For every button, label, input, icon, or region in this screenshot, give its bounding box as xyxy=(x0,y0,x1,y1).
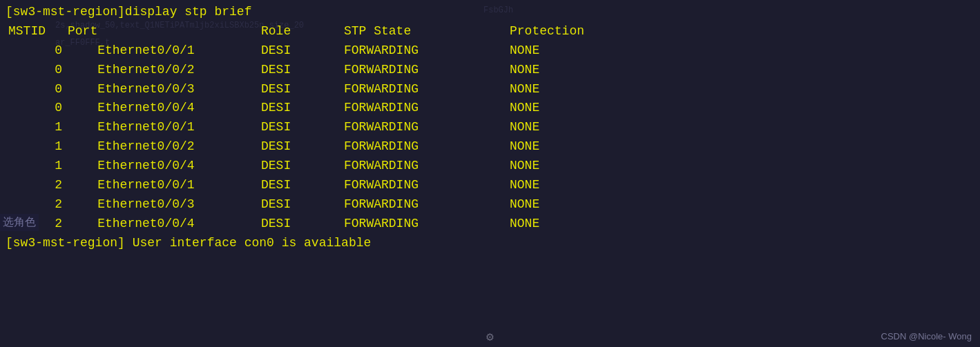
table-row: 2 Ethernet0/0/3 DESI FORWARDING NONE xyxy=(6,195,974,215)
row-state: FORWARDING xyxy=(344,137,510,157)
header-mstid: MSTID xyxy=(6,22,68,41)
table-row: 0 Ethernet0/0/4 DESI FORWARDING NONE xyxy=(6,99,974,118)
header-role: Role xyxy=(261,22,344,41)
row-mstid: 1 xyxy=(6,157,68,176)
command-line: [sw3-mst-region]display stp brief xyxy=(6,3,974,22)
csdn-watermark: CSDN @Nicole- Wong xyxy=(881,331,972,341)
row-port: Ethernet0/0/4 xyxy=(68,99,261,118)
row-state: FORWARDING xyxy=(344,80,510,99)
terminal-output: [sw3-mst-region]display stp brief MSTID … xyxy=(0,0,980,347)
row-mstid: 0 xyxy=(6,41,68,61)
footer-text: [sw3-mst-region] User interface con0 is … xyxy=(6,234,371,253)
gear-icon: ⚙ xyxy=(486,329,494,344)
table-row: 2 Ethernet0/0/4 DESI FORWARDING NONE xyxy=(6,215,974,234)
row-state: FORWARDING xyxy=(344,176,510,195)
row-port: Ethernet0/0/3 xyxy=(68,195,261,215)
row-port: Ethernet0/0/4 xyxy=(68,157,261,176)
row-port: Ethernet0/0/1 xyxy=(68,41,261,61)
row-mstid: 0 xyxy=(6,61,68,80)
row-port: Ethernet0/0/4 xyxy=(68,215,261,234)
row-protection: NONE xyxy=(510,61,539,80)
row-protection: NONE xyxy=(510,215,539,234)
row-state: FORWARDING xyxy=(344,41,510,61)
table-row: 0 Ethernet0/0/3 DESI FORWARDING NONE xyxy=(6,80,974,99)
row-role: DESI xyxy=(261,99,344,118)
table-row: 1 Ethernet0/0/2 DESI FORWARDING NONE xyxy=(6,137,974,157)
row-mstid: 0 xyxy=(6,99,68,118)
row-mstid: 0 xyxy=(6,80,68,99)
row-role: DESI xyxy=(261,118,344,137)
row-role: DESI xyxy=(261,137,344,157)
row-mstid: 2 xyxy=(6,176,68,195)
row-protection: NONE xyxy=(510,137,539,157)
row-protection: NONE xyxy=(510,195,539,215)
row-protection: NONE xyxy=(510,118,539,137)
row-mstid: 1 xyxy=(6,137,68,157)
row-role: DESI xyxy=(261,61,344,80)
row-state: FORWARDING xyxy=(344,61,510,80)
footer-line: [sw3-mst-region] User interface con0 is … xyxy=(6,234,974,253)
row-mstid: 1 xyxy=(6,118,68,137)
row-mstid: 2 xyxy=(6,195,68,215)
table-row: 2 Ethernet0/0/1 DESI FORWARDING NONE xyxy=(6,176,974,195)
row-port: Ethernet0/0/1 xyxy=(68,118,261,137)
table-row: 1 Ethernet0/0/4 DESI FORWARDING NONE xyxy=(6,157,974,176)
row-protection: NONE xyxy=(510,80,539,99)
row-port: Ethernet0/0/2 xyxy=(68,61,261,80)
row-state: FORWARDING xyxy=(344,118,510,137)
row-role: DESI xyxy=(261,80,344,99)
command-text: [sw3-mst-region]display stp brief xyxy=(6,3,251,22)
row-role: DESI xyxy=(261,176,344,195)
row-role: DESI xyxy=(261,41,344,61)
row-protection: NONE xyxy=(510,99,539,118)
row-role: DESI xyxy=(261,215,344,234)
row-protection: NONE xyxy=(510,157,539,176)
row-state: FORWARDING xyxy=(344,99,510,118)
terminal-window: FsbGJh 2s,shadow_50,text_Q1NETiPATmljb2x… xyxy=(0,0,980,347)
table-header: MSTID Port Role STP State Protection xyxy=(6,22,974,41)
table-row: 1 Ethernet0/0/1 DESI FORWARDING NONE xyxy=(6,118,974,137)
row-port: Ethernet0/0/3 xyxy=(68,80,261,99)
header-stp-state: STP State xyxy=(344,22,510,41)
row-port: Ethernet0/0/1 xyxy=(68,176,261,195)
chinese-label: 选角色 xyxy=(0,214,39,231)
row-role: DESI xyxy=(261,157,344,176)
row-port: Ethernet0/0/2 xyxy=(68,137,261,157)
row-state: FORWARDING xyxy=(344,157,510,176)
row-state: FORWARDING xyxy=(344,195,510,215)
row-role: DESI xyxy=(261,195,344,215)
row-state: FORWARDING xyxy=(344,215,510,234)
header-port: Port xyxy=(68,22,261,41)
row-protection: NONE xyxy=(510,176,539,195)
table-row: 0 Ethernet0/0/1 DESI FORWARDING NONE xyxy=(6,41,974,61)
row-protection: NONE xyxy=(510,41,539,61)
header-protection: Protection xyxy=(510,22,584,41)
table-row: 0 Ethernet0/0/2 DESI FORWARDING NONE xyxy=(6,61,974,80)
